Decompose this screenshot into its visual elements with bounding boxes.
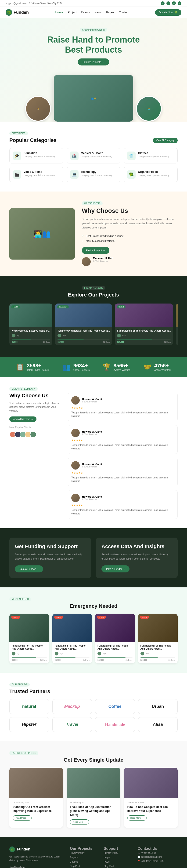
category-organic[interactable]: 🥦 Organic Foods Category Description & S… [124, 167, 178, 182]
e-raised-1: $25,000 [12, 659, 19, 661]
projects-scroll[interactable]: Health Help Promotes & Active Media In..… [9, 304, 178, 348]
video-desc: Category Description & Summary [24, 174, 55, 177]
nav-link-pages[interactable]: Pages [106, 11, 114, 14]
project-card-4[interactable]: Science COVID-19 Is Just Not What People… [176, 304, 178, 345]
project-author-2: By L [63, 334, 66, 337]
e-days-4: 21 Days [168, 659, 175, 661]
education-info: Education Category Description & Summary [24, 152, 55, 158]
project-card-3[interactable]: Global Fundraising For The People And Ot… [115, 304, 173, 345]
youtube-icon[interactable]: yt [178, 1, 181, 5]
testimonial-card-2: Howard A. Gantt CEO & Founder ★★★★★ Test… [68, 425, 178, 454]
blog-read-btn-1[interactable]: Read More → [12, 815, 32, 820]
explore-header: FIND PROJECTS Explore Our Projects [9, 285, 178, 298]
footer-link-privacy[interactable]: Privacy Policy [70, 851, 97, 855]
partner-travel[interactable]: Travel [52, 717, 92, 732]
e-progress-bar-4 [141, 657, 158, 657]
blog-read-btn-2[interactable]: Read More → [70, 819, 89, 825]
emergency-card-2[interactable]: Urgent Fundraising For The People And Ot… [52, 614, 92, 663]
footer-support-helps[interactable]: Helps [104, 855, 131, 860]
stat-value-3: 8565+ [114, 363, 130, 369]
category-technology[interactable]: 💻 Technology Category Description & Summ… [67, 167, 121, 182]
join-newsletter-label: Join Newsletter [9, 866, 63, 868]
blog-card-3[interactable]: 15 February 2021 How To Use Gadgets Best… [124, 768, 178, 828]
e-avatar-2 [55, 652, 58, 655]
funding-btn-1[interactable]: Take a Funder → [15, 565, 43, 572]
footer-support-blog[interactable]: Blog Post [104, 864, 131, 868]
blog-card-1[interactable]: 15 February 2021 Standing Out From Crowd… [9, 768, 63, 828]
e-progress-1 [12, 657, 47, 657]
technology-icon: 💻 [70, 170, 79, 179]
category-education[interactable]: 🎓 Education Category Description & Summa… [9, 148, 63, 163]
nav-link-home[interactable]: Home [55, 11, 63, 14]
topbar-email: support@gmail.com [6, 2, 26, 5]
project-author-1: By L [17, 334, 21, 337]
emergency-badge-4: Urgent [140, 616, 149, 619]
emergency-grid: Urgent Fundraising For The People And Ot… [9, 614, 178, 663]
project-progress-bar-2 [58, 339, 84, 340]
project-progress-bar-1 [12, 339, 31, 340]
explore-projects-button[interactable]: Explore Projects → [78, 58, 109, 65]
testimonial-avatar-2 [71, 429, 80, 437]
blog-title-2: Five Rules Of App Justification (Time Mo… [70, 805, 117, 817]
nav-link-project[interactable]: Project [68, 11, 76, 14]
emergency-body-4: Fundraising For The People And Others Ab… [138, 642, 178, 663]
footer-logo: 🌿 Funden [9, 846, 63, 852]
category-clothes[interactable]: 👕 Clothes Category Description & Summary [124, 148, 178, 163]
nav-link-news[interactable]: News [94, 11, 101, 14]
emergency-title-4: Fundraising For The People And Others Ab… [141, 644, 176, 650]
footer-link-projects[interactable]: Projects [70, 855, 97, 860]
view-all-reviews-button[interactable]: View All Reviews → [9, 416, 36, 422]
footer-link-blog[interactable]: Blog Post [70, 864, 97, 868]
project-card-1[interactable]: Health Help Promotes & Active Media In..… [9, 304, 52, 345]
partner-alisa[interactable]: Alisa [138, 717, 178, 732]
testimonial-name-4: Howard A. Gantt [82, 495, 102, 498]
partner-handmade[interactable]: Handmade [95, 717, 135, 732]
emergency-card-3[interactable]: Urgent Fundraising For The People And Ot… [95, 614, 135, 663]
category-video[interactable]: 🎬 Video & Films Category Description & S… [9, 167, 63, 182]
project-img-1: Health [9, 304, 52, 327]
stat-info-3: 8565+ Awards Winning [114, 363, 130, 371]
categories-tag: BEST PICKS [9, 131, 28, 135]
linkedin-icon[interactable]: in [172, 1, 176, 5]
hero-img-2: 👩‍💻 [137, 97, 161, 121]
funding-btn-2[interactable]: Take a Funder → [101, 565, 129, 572]
footer-support-privacy[interactable]: Privacy Policy [104, 851, 131, 855]
project-meta-1: By L [12, 334, 50, 337]
partner-name-travel: Travel [66, 722, 78, 727]
footer: 🌿 Funden Get at porttaresds unos sin val… [0, 837, 187, 868]
emergency-badge-2: Urgent [54, 616, 63, 619]
testimonial-card-3: Howard A. Gantt CEO & Founder ★★★★★ Test… [68, 458, 178, 486]
view-all-categories-button[interactable]: View All Category [153, 138, 178, 143]
partner-hipster[interactable]: Hipster [9, 717, 49, 732]
project-img-3: Global [115, 304, 173, 327]
find-project-button[interactable]: Find a Project → [82, 247, 110, 254]
partner-natural[interactable]: natural [9, 699, 49, 714]
footer-support-faqs[interactable]: FAQs [104, 860, 131, 864]
funding-desc-2: Sedad porttaresds unos sin value volupta… [101, 553, 172, 561]
nav-link-contact[interactable]: Contact [119, 11, 128, 14]
blog-read-btn-3[interactable]: Read More → [127, 815, 147, 820]
profile-avatar [82, 257, 91, 266]
e-stats-3: $25,000 21 Days [97, 659, 132, 661]
emergency-card-4[interactable]: Urgent Fundraising For The People And Ot… [138, 614, 178, 663]
nav-link-events[interactable]: Events [81, 11, 90, 14]
emergency-card-1[interactable]: Urgent Fundraising For The People And Ot… [9, 614, 49, 663]
footer-link-causes[interactable]: Causes [70, 860, 97, 864]
project-body-4: COVID-19 Is Just Not What People About C… [176, 327, 178, 345]
facebook-icon[interactable]: f [161, 1, 164, 5]
testimonials-tag: CLIENT'S FEEDBACK [9, 387, 38, 391]
partner-urban[interactable]: Urban [138, 699, 178, 714]
donate-button[interactable]: Donate Now 💚 [155, 9, 181, 16]
organic-desc: Category Description & Summary [138, 174, 169, 177]
stat-value-1: 3598+ [27, 363, 50, 369]
partner-coffee[interactable]: Coffee [95, 699, 135, 714]
testimonial-avatar-3 [71, 461, 80, 469]
project-card-2[interactable]: Education Technology Whereas From The Pe… [55, 304, 112, 345]
footer-address: 📍 2/10 Main Street USA [137, 859, 178, 863]
partner-mackup[interactable]: Mackup [52, 699, 92, 714]
blog-card-2[interactable]: 15 February 2021 Five Rules Of App Justi… [67, 768, 120, 828]
twitter-icon[interactable]: t [166, 1, 170, 5]
category-medical[interactable]: 🏥 Medical & Health Category Description … [67, 148, 121, 163]
why-choose-section: 👩‍💻👥 WHY CHOOSE Why Choose Us Sedad port… [0, 191, 187, 276]
project-avatar-1 [12, 334, 15, 337]
